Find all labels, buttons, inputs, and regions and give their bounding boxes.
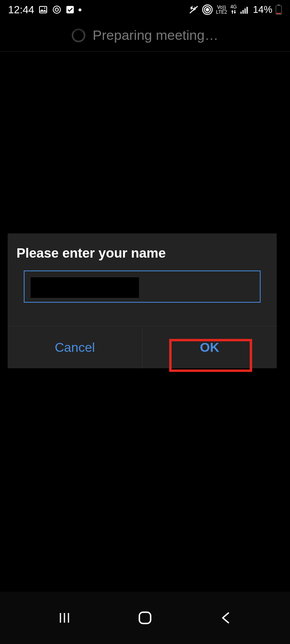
svg-rect-14 [277, 13, 281, 14]
network-type: 4G [230, 4, 237, 15]
spinner-icon [72, 29, 85, 42]
signal-icon [240, 5, 250, 14]
svg-point-1 [44, 8, 46, 9]
svg-rect-8 [240, 12, 242, 14]
loading-header: Preparing meeting… [0, 19, 290, 52]
back-button[interactable] [213, 606, 238, 630]
svg-rect-18 [139, 612, 151, 623]
data-arrows-icon [231, 9, 236, 15]
svg-rect-10 [244, 8, 246, 14]
dialog-title: Please enter your name [8, 233, 277, 270]
battery-percentage: 14% [253, 4, 272, 15]
svg-point-2 [53, 6, 60, 13]
navigation-bar [0, 592, 290, 644]
recents-button[interactable] [52, 606, 77, 630]
vibrate-icon [188, 4, 199, 15]
status-left: 12:44 [8, 4, 81, 16]
checkbox-icon [66, 5, 75, 14]
dialog-actions: Cancel OK [8, 326, 277, 368]
loading-text: Preparing meeting… [93, 27, 218, 43]
image-icon [38, 5, 48, 14]
sync-icon [52, 5, 62, 14]
battery-icon [276, 4, 282, 15]
hotspot-icon [202, 4, 213, 15]
status-right: Vo)) LTE2 4G 14% [188, 4, 282, 15]
svg-rect-3 [66, 6, 74, 13]
svg-point-5 [206, 8, 209, 11]
lte-label: LTE2 [216, 10, 227, 14]
svg-rect-9 [242, 10, 244, 14]
clock: 12:44 [8, 4, 34, 16]
svg-rect-11 [246, 7, 248, 14]
home-button[interactable] [133, 606, 157, 630]
svg-rect-0 [39, 6, 47, 13]
net-label: 4G [230, 4, 237, 9]
status-bar: 12:44 Vo)) LTE2 4G 14% [0, 0, 290, 19]
ok-button[interactable]: OK [143, 326, 277, 368]
dot-indicator [79, 8, 81, 11]
name-entry-dialog: Please enter your name Cancel OK [8, 233, 277, 368]
volte-indicator: Vo)) LTE2 [216, 5, 227, 14]
cancel-button[interactable]: Cancel [8, 326, 143, 368]
redaction-overlay [31, 277, 139, 298]
